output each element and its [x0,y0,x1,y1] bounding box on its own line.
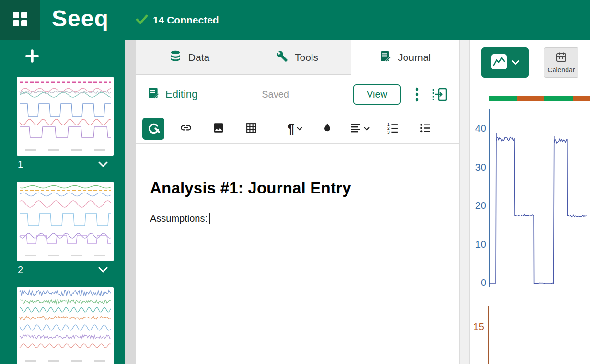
bullet-list-icon [419,122,431,136]
journal-header: Editing Saved View [136,75,459,114]
calendar-button-label: Calendar [548,66,575,74]
trend-panel: Calendar 403020100 15 [470,40,590,364]
worksheet-preview-chart [17,77,114,156]
journal-heading: Analysis #1: Journal Entry [150,179,445,197]
second-lane-chart[interactable]: 15 [470,302,590,364]
save-status: Saved [262,89,289,100]
align-left-icon [350,122,362,136]
toolbar-divider [447,120,447,137]
y-axis-label: 15 [470,321,484,332]
journal-book-icon [379,50,391,65]
journal-scrollbar[interactable] [459,40,470,364]
seeq-annotate-button[interactable] [142,118,164,140]
worksheet-thumbnail[interactable] [17,77,114,156]
link-button[interactable] [175,118,197,140]
worksheet-item-2: 2 [17,182,114,278]
calendar-button[interactable]: Calendar [544,47,578,78]
worksheet-item-1: 1 [17,77,114,173]
text-color-button[interactable] [316,118,338,140]
seeq-app-window: Seeq 14 Connected 1 [0,0,590,364]
seeq-logo[interactable]: Seeq [52,5,109,32]
editing-book-icon [147,87,160,102]
chevron-down-icon [512,58,519,67]
insert-image-button[interactable] [208,118,230,140]
trend-chart-icon [491,54,507,72]
paragraph-icon: ¶ [287,123,294,136]
top-bar: Seeq 14 Connected [0,0,590,40]
numbered-list-icon: 1 2 3 [387,122,399,136]
droplet-icon [322,122,333,136]
insert-table-button[interactable] [240,118,262,140]
worksheet-number: 2 [18,264,23,275]
trend-chart[interactable]: 403020100 [470,86,590,302]
main-panel: Data Tools [136,40,459,364]
bullet-list-button[interactable] [414,118,436,140]
text-cursor [209,213,210,224]
tab-label: Data [188,52,209,63]
table-icon [245,122,257,136]
chevron-down-icon[interactable] [98,264,108,275]
worksheet-item-3 [17,287,114,364]
signal-trace [470,86,590,302]
worksheet-thumbnail[interactable] [17,287,114,364]
tab-journal[interactable]: Journal [351,40,459,75]
database-icon [169,50,182,65]
journal-menu-icon[interactable] [415,87,419,102]
align-button[interactable] [349,118,371,140]
worksheet-thumbnail[interactable] [17,182,114,261]
numbered-list-button[interactable]: 1 2 3 [382,118,404,140]
journal-mode-label: Editing [165,88,197,101]
paragraph-style-button[interactable]: ¶ [284,118,306,140]
check-icon [136,14,148,26]
view-button[interactable]: View [353,84,401,105]
journal-editor-area[interactable]: Analysis #1: Journal Entry Assumptions: [136,144,459,364]
seeq-swoosh-icon [147,121,160,136]
svg-text:3: 3 [387,129,390,134]
worksheet-number: 1 [18,159,23,170]
y-axis-line [488,306,489,364]
journal-body-text: Assumptions: [150,213,208,224]
app-switcher-button[interactable] [0,0,40,40]
tab-tools[interactable]: Tools [243,40,351,75]
chevron-down-icon[interactable] [98,159,108,170]
chevron-down-icon [364,127,370,131]
connection-status[interactable]: 14 Connected [136,0,219,40]
collapse-panel-icon[interactable] [431,87,448,102]
grid-icon [13,12,27,28]
link-icon [180,122,192,136]
tab-label: Tools [295,52,318,63]
plus-icon [25,49,39,65]
journal-editor-toolbar: ¶ 1 [136,114,459,144]
tab-label: Journal [398,52,431,63]
tool-tabs: Data Tools [136,40,459,75]
calendar-icon [555,51,567,65]
chevron-down-icon [297,127,302,131]
panel-resize-gutter[interactable] [125,40,136,364]
add-worksheet-button[interactable] [24,49,40,65]
worksheet-preview-chart [17,287,114,364]
trend-panel-header: Calendar [470,40,590,86]
wrench-icon [276,50,288,65]
trend-view-button[interactable] [481,47,529,78]
worksheet-preview-chart [17,182,114,261]
toolbar-divider [273,120,273,137]
worksheet-sidebar: 1 2 [0,40,125,364]
image-icon [212,122,225,136]
journal-mode: Editing [147,87,197,102]
tab-data[interactable]: Data [136,40,243,75]
connection-status-label: 14 Connected [153,14,219,26]
